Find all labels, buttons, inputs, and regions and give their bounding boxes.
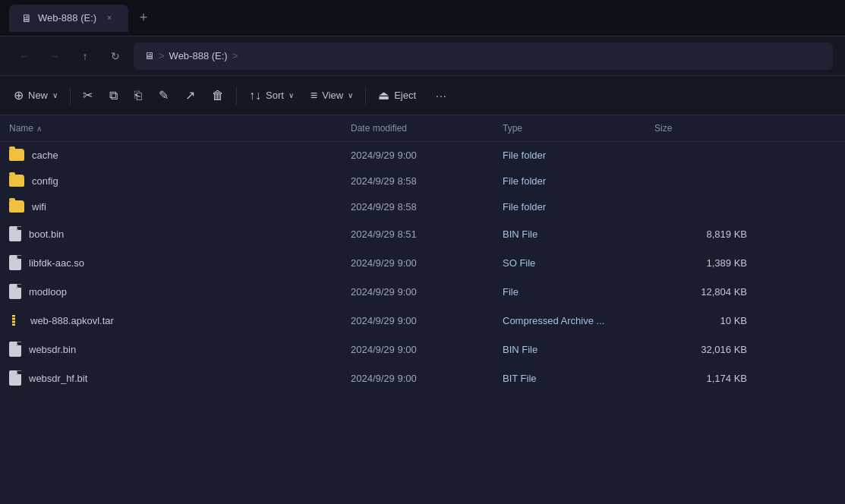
delete-button[interactable]: 🗑 bbox=[204, 81, 232, 110]
file-icon bbox=[9, 226, 21, 241]
rename-button[interactable]: ✎ bbox=[151, 81, 176, 110]
file-name-cell: web-888.apkovl.tar bbox=[0, 307, 342, 333]
file-name-cell: websdr.bin bbox=[0, 336, 342, 362]
file-date-cell: 2024/9/29 8:58 bbox=[342, 196, 493, 218]
tab-area: 🖥 Web-888 (E:) × + bbox=[9, 5, 836, 32]
file-name: cache bbox=[32, 150, 58, 161]
new-tab-button[interactable]: + bbox=[131, 6, 156, 30]
view-label: View bbox=[322, 90, 343, 101]
copy-icon: ⧉ bbox=[109, 89, 118, 102]
new-button[interactable]: ⊕ New ∨ bbox=[6, 81, 65, 110]
table-row[interactable]: boot.bin 2024/9/29 8:51 BIN File 8,819 K… bbox=[0, 219, 845, 248]
file-list-container: Name ∧ Date modified Type Size cache 202… bbox=[0, 115, 845, 504]
toolbar-separator-2 bbox=[236, 87, 237, 105]
new-icon: ⊕ bbox=[14, 88, 24, 102]
file-date-cell: 2024/9/29 9:00 bbox=[342, 252, 493, 274]
file-type: BIN File bbox=[503, 344, 538, 355]
file-name: wifi bbox=[32, 201, 46, 213]
file-date-cell: 2024/9/29 9:00 bbox=[342, 310, 493, 332]
file-name-cell: libfdk-aac.so bbox=[0, 250, 342, 276]
file-name: modloop bbox=[29, 286, 67, 298]
file-size-cell: 8,819 KB bbox=[645, 223, 759, 245]
path-separator-1: > bbox=[159, 50, 165, 61]
table-row[interactable]: wifi 2024/9/29 8:58 File folder bbox=[0, 194, 845, 219]
table-row[interactable]: websdr_hf.bit 2024/9/29 9:00 BIT File 1,… bbox=[0, 364, 845, 392]
table-row[interactable]: libfdk-aac.so 2024/9/29 9:00 SO File 1,3… bbox=[0, 248, 845, 277]
share-icon: ↗ bbox=[185, 88, 195, 102]
more-button[interactable]: ··· bbox=[428, 81, 455, 110]
sort-button[interactable]: ↑↓ Sort ∨ bbox=[241, 81, 301, 110]
file-size: 1,389 KB bbox=[707, 257, 748, 269]
file-type: BIN File bbox=[503, 228, 538, 240]
toolbar-separator-1 bbox=[70, 87, 71, 105]
file-name-cell: boot.bin bbox=[0, 221, 342, 247]
file-icon bbox=[9, 284, 21, 299]
file-name-cell: wifi bbox=[0, 195, 342, 218]
file-size-cell bbox=[645, 175, 759, 186]
table-row[interactable]: modloop 2024/9/29 9:00 File 12,804 KB bbox=[0, 277, 845, 306]
column-size-label: Size bbox=[654, 123, 672, 134]
file-type: File folder bbox=[503, 201, 546, 213]
address-bar: ← → ↑ ↻ 🖥 > Web-888 (E:) > bbox=[0, 36, 845, 76]
file-size: 8,819 KB bbox=[707, 228, 748, 240]
forward-button[interactable]: → bbox=[43, 44, 67, 68]
file-date: 2024/9/29 8:51 bbox=[351, 228, 417, 240]
copy-button[interactable]: ⧉ bbox=[102, 81, 125, 110]
view-chevron-icon: ∨ bbox=[348, 91, 353, 99]
file-name-cell: modloop bbox=[0, 279, 342, 304]
folder-icon bbox=[9, 200, 24, 213]
file-name: websdr_hf.bit bbox=[29, 373, 87, 384]
table-row[interactable]: config 2024/9/29 8:58 File folder bbox=[0, 168, 845, 194]
file-date-cell: 2024/9/29 9:00 bbox=[342, 367, 493, 389]
file-date-cell: 2024/9/29 9:00 bbox=[342, 144, 493, 166]
file-type: File folder bbox=[503, 150, 546, 161]
file-date: 2024/9/29 9:00 bbox=[351, 286, 417, 298]
file-size-cell bbox=[645, 150, 759, 160]
new-label: New bbox=[28, 90, 48, 101]
table-row[interactable]: websdr.bin 2024/9/29 9:00 BIN File 32,01… bbox=[0, 335, 845, 364]
cut-button[interactable]: ✂ bbox=[75, 81, 100, 110]
paste-icon: ⎗ bbox=[134, 89, 142, 102]
file-type-cell: Compressed Archive ... bbox=[493, 310, 645, 332]
file-date: 2024/9/29 9:00 bbox=[351, 315, 417, 326]
drive-path-label: Web-888 (E:) bbox=[169, 50, 228, 61]
column-header-size[interactable]: Size bbox=[645, 118, 759, 138]
file-size-cell: 1,389 KB bbox=[645, 252, 759, 274]
active-tab[interactable]: 🖥 Web-888 (E:) × bbox=[9, 5, 128, 32]
file-size-cell: 1,174 KB bbox=[645, 367, 759, 389]
column-date-label: Date modified bbox=[351, 123, 407, 134]
column-header-date[interactable]: Date modified bbox=[342, 118, 493, 138]
file-size-cell: 10 KB bbox=[645, 310, 759, 332]
table-row[interactable]: cache 2024/9/29 9:00 File folder bbox=[0, 142, 845, 168]
file-date: 2024/9/29 8:58 bbox=[351, 175, 417, 187]
file-icon bbox=[9, 370, 21, 386]
computer-icon: 🖥 bbox=[144, 50, 154, 61]
table-row[interactable]: web-888.apkovl.tar 2024/9/29 9:00 Compre… bbox=[0, 306, 845, 335]
more-icon: ··· bbox=[436, 90, 447, 102]
file-name-cell: websdr_hf.bit bbox=[0, 365, 342, 391]
paste-button[interactable]: ⎗ bbox=[127, 81, 150, 110]
path-separator-2: > bbox=[232, 50, 238, 61]
column-header-name[interactable]: Name ∧ bbox=[0, 118, 342, 138]
file-icon bbox=[9, 255, 21, 270]
eject-button[interactable]: ⏏ Eject bbox=[370, 81, 424, 110]
file-type-cell: SO File bbox=[493, 252, 645, 274]
sort-icon: ↑↓ bbox=[249, 89, 261, 102]
file-name: config bbox=[32, 175, 58, 187]
refresh-button[interactable]: ↻ bbox=[103, 44, 128, 68]
file-date: 2024/9/29 9:00 bbox=[351, 344, 417, 355]
column-header-type[interactable]: Type bbox=[493, 118, 645, 138]
file-name-cell: config bbox=[0, 169, 342, 192]
tab-close-button[interactable]: × bbox=[102, 11, 116, 25]
drive-icon: 🖥 bbox=[21, 12, 32, 24]
view-button[interactable]: ≡ View ∨ bbox=[303, 81, 361, 110]
file-date: 2024/9/29 9:00 bbox=[351, 257, 417, 269]
address-path[interactable]: 🖥 > Web-888 (E:) > bbox=[134, 43, 833, 70]
file-date: 2024/9/29 9:00 bbox=[351, 150, 417, 161]
file-date-cell: 2024/9/29 9:00 bbox=[342, 281, 493, 303]
file-name: websdr.bin bbox=[29, 344, 76, 355]
eject-label: Eject bbox=[394, 90, 416, 101]
share-button[interactable]: ↗ bbox=[178, 81, 203, 110]
up-button[interactable]: ↑ bbox=[73, 44, 97, 68]
back-button[interactable]: ← bbox=[12, 44, 36, 68]
